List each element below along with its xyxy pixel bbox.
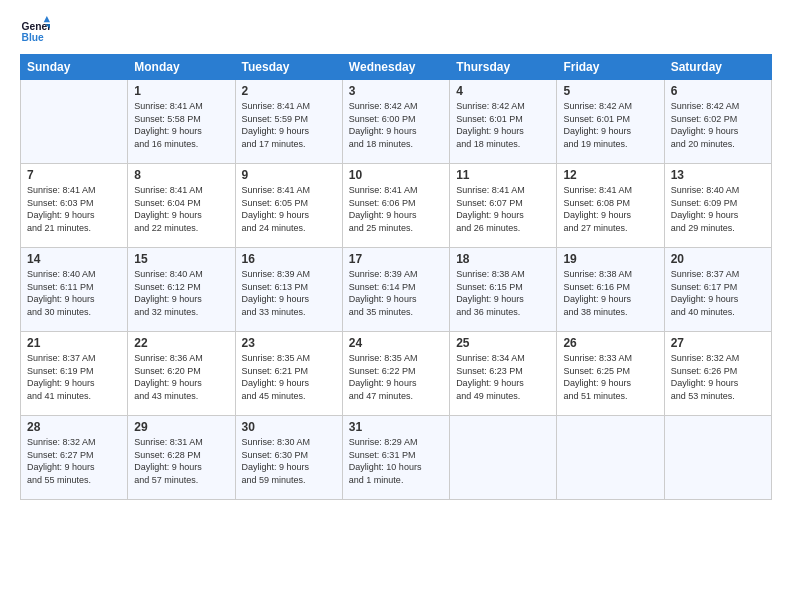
cell-line: and 17 minutes.	[242, 139, 306, 149]
calendar-week-row: 7Sunrise: 8:41 AMSunset: 6:03 PMDaylight…	[21, 164, 772, 248]
day-number: 18	[456, 252, 550, 266]
cell-line: Sunrise: 8:41 AM	[242, 101, 311, 111]
cell-line: Sunset: 6:05 PM	[242, 198, 309, 208]
day-number: 4	[456, 84, 550, 98]
day-number: 16	[242, 252, 336, 266]
cell-line: Daylight: 9 hours	[349, 378, 417, 388]
day-number: 12	[563, 168, 657, 182]
day-number: 10	[349, 168, 443, 182]
cell-line: Sunset: 6:27 PM	[27, 450, 94, 460]
cell-line: Daylight: 9 hours	[134, 378, 202, 388]
cell-line: Daylight: 9 hours	[134, 126, 202, 136]
cell-line: Daylight: 9 hours	[27, 210, 95, 220]
svg-text:General: General	[22, 21, 50, 32]
calendar-cell: 18Sunrise: 8:38 AMSunset: 6:15 PMDayligh…	[450, 248, 557, 332]
cell-line: Sunset: 6:15 PM	[456, 282, 523, 292]
calendar-cell: 14Sunrise: 8:40 AMSunset: 6:11 PMDayligh…	[21, 248, 128, 332]
cell-line: and 27 minutes.	[563, 223, 627, 233]
cell-line: Sunset: 5:59 PM	[242, 114, 309, 124]
cell-content: Sunrise: 8:34 AMSunset: 6:23 PMDaylight:…	[456, 352, 550, 402]
svg-text:Blue: Blue	[22, 32, 45, 43]
cell-line: Daylight: 9 hours	[456, 126, 524, 136]
calendar-cell: 1Sunrise: 8:41 AMSunset: 5:58 PMDaylight…	[128, 80, 235, 164]
cell-line: Sunset: 6:19 PM	[27, 366, 94, 376]
cell-line: Sunrise: 8:32 AM	[27, 437, 96, 447]
cell-line: Daylight: 9 hours	[242, 378, 310, 388]
cell-line: and 45 minutes.	[242, 391, 306, 401]
cell-line: Sunrise: 8:40 AM	[27, 269, 96, 279]
calendar-cell: 11Sunrise: 8:41 AMSunset: 6:07 PMDayligh…	[450, 164, 557, 248]
cell-line: Daylight: 9 hours	[456, 210, 524, 220]
cell-line: and 1 minute.	[349, 475, 404, 485]
cell-line: Daylight: 9 hours	[27, 462, 95, 472]
cell-line: Sunrise: 8:32 AM	[671, 353, 740, 363]
cell-line: Sunset: 6:04 PM	[134, 198, 201, 208]
calendar-cell: 28Sunrise: 8:32 AMSunset: 6:27 PMDayligh…	[21, 416, 128, 500]
weekday-header: Thursday	[450, 55, 557, 80]
cell-line: Daylight: 9 hours	[349, 126, 417, 136]
cell-line: and 20 minutes.	[671, 139, 735, 149]
cell-line: Sunrise: 8:35 AM	[349, 353, 418, 363]
cell-line: Daylight: 9 hours	[671, 378, 739, 388]
cell-line: Sunset: 6:20 PM	[134, 366, 201, 376]
cell-line: and 57 minutes.	[134, 475, 198, 485]
weekday-header: Monday	[128, 55, 235, 80]
cell-line: Daylight: 9 hours	[242, 126, 310, 136]
day-number: 29	[134, 420, 228, 434]
calendar-week-row: 14Sunrise: 8:40 AMSunset: 6:11 PMDayligh…	[21, 248, 772, 332]
cell-line: Sunset: 6:30 PM	[242, 450, 309, 460]
svg-marker-2	[44, 16, 50, 22]
cell-line: and 24 minutes.	[242, 223, 306, 233]
cell-line: Sunset: 6:01 PM	[456, 114, 523, 124]
cell-content: Sunrise: 8:30 AMSunset: 6:30 PMDaylight:…	[242, 436, 336, 486]
cell-line: Sunset: 6:08 PM	[563, 198, 630, 208]
cell-content: Sunrise: 8:36 AMSunset: 6:20 PMDaylight:…	[134, 352, 228, 402]
cell-line: Sunrise: 8:37 AM	[671, 269, 740, 279]
cell-content: Sunrise: 8:39 AMSunset: 6:13 PMDaylight:…	[242, 268, 336, 318]
calendar-cell: 3Sunrise: 8:42 AMSunset: 6:00 PMDaylight…	[342, 80, 449, 164]
cell-line: Daylight: 9 hours	[563, 210, 631, 220]
cell-line: Sunrise: 8:39 AM	[242, 269, 311, 279]
cell-line: and 30 minutes.	[27, 307, 91, 317]
calendar-cell: 4Sunrise: 8:42 AMSunset: 6:01 PMDaylight…	[450, 80, 557, 164]
day-number: 19	[563, 252, 657, 266]
weekday-header: Saturday	[664, 55, 771, 80]
cell-content: Sunrise: 8:42 AMSunset: 6:00 PMDaylight:…	[349, 100, 443, 150]
calendar-cell: 29Sunrise: 8:31 AMSunset: 6:28 PMDayligh…	[128, 416, 235, 500]
cell-line: and 32 minutes.	[134, 307, 198, 317]
cell-line: and 16 minutes.	[134, 139, 198, 149]
cell-line: Sunrise: 8:38 AM	[456, 269, 525, 279]
cell-line: Sunrise: 8:39 AM	[349, 269, 418, 279]
cell-line: Sunrise: 8:42 AM	[563, 101, 632, 111]
cell-line: and 47 minutes.	[349, 391, 413, 401]
cell-content: Sunrise: 8:40 AMSunset: 6:12 PMDaylight:…	[134, 268, 228, 318]
cell-content: Sunrise: 8:32 AMSunset: 6:27 PMDaylight:…	[27, 436, 121, 486]
cell-content: Sunrise: 8:31 AMSunset: 6:28 PMDaylight:…	[134, 436, 228, 486]
cell-line: Sunrise: 8:36 AM	[134, 353, 203, 363]
cell-line: and 51 minutes.	[563, 391, 627, 401]
cell-line: Daylight: 9 hours	[349, 210, 417, 220]
cell-line: Sunset: 6:09 PM	[671, 198, 738, 208]
cell-content: Sunrise: 8:37 AMSunset: 6:17 PMDaylight:…	[671, 268, 765, 318]
cell-line: Sunrise: 8:41 AM	[134, 185, 203, 195]
cell-line: Daylight: 10 hours	[349, 462, 422, 472]
cell-line: Sunset: 5:58 PM	[134, 114, 201, 124]
weekday-header: Wednesday	[342, 55, 449, 80]
cell-line: Sunset: 6:06 PM	[349, 198, 416, 208]
day-number: 15	[134, 252, 228, 266]
cell-line: Sunset: 6:23 PM	[456, 366, 523, 376]
day-number: 17	[349, 252, 443, 266]
day-number: 26	[563, 336, 657, 350]
day-number: 14	[27, 252, 121, 266]
calendar-cell: 31Sunrise: 8:29 AMSunset: 6:31 PMDayligh…	[342, 416, 449, 500]
cell-line: Sunrise: 8:34 AM	[456, 353, 525, 363]
cell-line: and 43 minutes.	[134, 391, 198, 401]
cell-content: Sunrise: 8:41 AMSunset: 6:04 PMDaylight:…	[134, 184, 228, 234]
calendar-header: SundayMondayTuesdayWednesdayThursdayFrid…	[21, 55, 772, 80]
calendar-cell: 27Sunrise: 8:32 AMSunset: 6:26 PMDayligh…	[664, 332, 771, 416]
cell-line: Sunset: 6:28 PM	[134, 450, 201, 460]
calendar-cell	[450, 416, 557, 500]
cell-line: Sunset: 6:01 PM	[563, 114, 630, 124]
cell-content: Sunrise: 8:38 AMSunset: 6:15 PMDaylight:…	[456, 268, 550, 318]
cell-line: Sunrise: 8:40 AM	[671, 185, 740, 195]
